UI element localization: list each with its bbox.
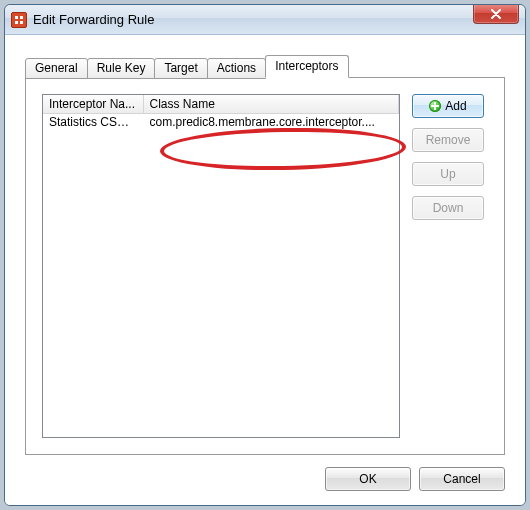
cell-class-name: com.predic8.membrane.core.interceptor...… [143,114,399,131]
titlebar[interactable]: Edit Forwarding Rule [5,5,525,35]
close-icon [490,9,502,19]
tab-interceptors[interactable]: Interceptors [265,55,348,78]
tab-label: General [35,61,78,75]
side-buttons: Add Remove Up Down [412,94,488,438]
cancel-button[interactable]: Cancel [419,467,505,491]
cell-interceptor-name: Statistics CSV L... [43,114,143,131]
col-interceptor-name[interactable]: Interceptor Na... [43,95,143,114]
tab-strip: General Rule Key Target Actions Intercep… [25,56,505,78]
up-button[interactable]: Up [412,162,484,186]
add-button[interactable]: Add [412,94,484,118]
remove-button-label: Remove [426,133,471,147]
tab-label: Target [164,61,197,75]
ok-button-label: OK [359,472,376,486]
cancel-button-label: Cancel [443,472,480,486]
interceptors-table[interactable]: Interceptor Na... Class Name Statistics … [42,94,400,438]
tab-container: General Rule Key Target Actions Intercep… [25,56,505,456]
tab-general[interactable]: General [25,58,88,79]
dialog-window: Edit Forwarding Rule General Rule Key Ta… [4,4,526,506]
tab-content: Interceptor Na... Class Name Statistics … [42,94,488,438]
table-row[interactable]: Statistics CSV L... com.predic8.membrane… [43,114,399,131]
add-button-label: Add [445,99,466,113]
tab-label: Interceptors [275,59,338,73]
up-button-label: Up [440,167,455,181]
app-icon [11,12,27,28]
window-buttons [473,4,525,24]
col-class-name[interactable]: Class Name [143,95,399,114]
window-title: Edit Forwarding Rule [33,12,154,27]
tab-rule-key[interactable]: Rule Key [87,58,156,79]
down-button[interactable]: Down [412,196,484,220]
table: Interceptor Na... Class Name Statistics … [43,95,399,130]
client-area: General Rule Key Target Actions Intercep… [5,35,525,505]
tab-panel-interceptors: Interceptor Na... Class Name Statistics … [25,77,505,455]
table-header-row: Interceptor Na... Class Name [43,95,399,114]
tab-label: Rule Key [97,61,146,75]
remove-button[interactable]: Remove [412,128,484,152]
add-icon [429,100,441,112]
tab-label: Actions [217,61,256,75]
tab-target[interactable]: Target [154,58,207,79]
tab-actions[interactable]: Actions [207,58,266,79]
ok-button[interactable]: OK [325,467,411,491]
down-button-label: Down [433,201,464,215]
dialog-buttons: OK Cancel [325,467,505,491]
close-button[interactable] [473,4,519,24]
